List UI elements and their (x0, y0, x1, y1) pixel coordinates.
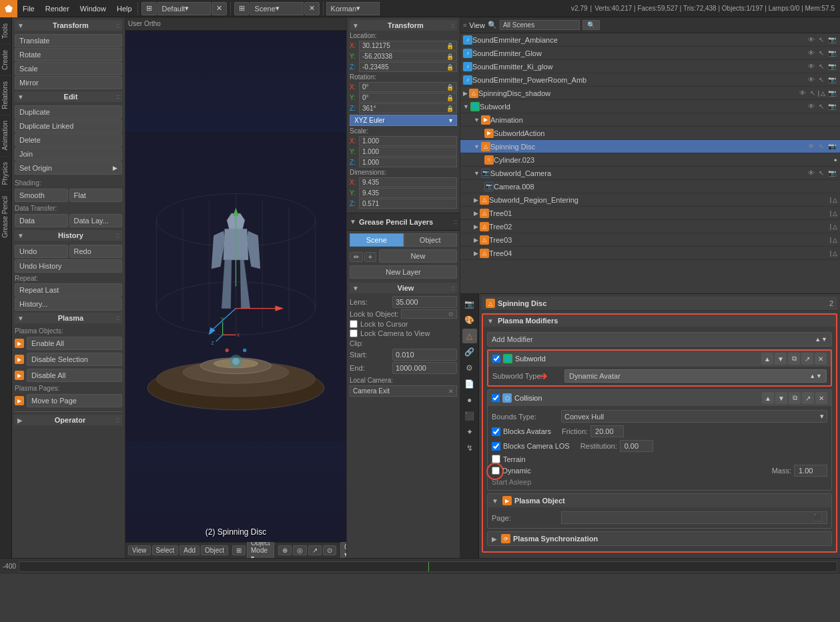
props-object-icon[interactable]: △ (462, 329, 477, 343)
sidebar-tab-grease[interactable]: Grease Pencil (0, 190, 11, 243)
join-btn[interactable]: Join (15, 147, 122, 161)
proportional-btn[interactable]: ◎ (293, 545, 307, 555)
lock-cursor-checkbox[interactable] (350, 320, 358, 328)
subworld-up-btn[interactable]: ▲ (761, 353, 773, 365)
subworld-type-dropdown[interactable]: Dynamic Avatar ▲ ▼ (564, 369, 827, 383)
flat-btn[interactable]: Flat (69, 189, 123, 202)
scene-tab[interactable]: Scene (350, 233, 404, 247)
collision-copy-btn[interactable]: ⧉ (789, 392, 801, 404)
row-render-icon[interactable]: 📷 (827, 36, 837, 43)
row-render-icon[interactable]: 📷 (827, 103, 837, 110)
lock-to-object-input[interactable]: ⊙ (401, 309, 457, 319)
data-lay-btn[interactable]: Data Lay... (69, 214, 123, 227)
duplicate-btn[interactable]: Duplicate (15, 105, 122, 119)
table-row[interactable]: ▼ 🌐 Subworld 👁 ↖ 📷 (460, 100, 840, 113)
collision-up-btn[interactable]: ▲ (762, 392, 774, 404)
transform-pivot-btn[interactable]: ⊙ (323, 545, 336, 555)
props-material-icon[interactable]: ● (462, 393, 477, 407)
table-row[interactable]: ▶ △ Tree03 | △ (460, 233, 840, 247)
friction-input[interactable]: 20.00 (590, 425, 624, 437)
collision-delete-btn[interactable]: ✕ (815, 392, 827, 404)
props-data-icon[interactable]: 📄 (462, 377, 477, 391)
row-eye-icon[interactable]: 👁 (807, 49, 816, 57)
expand-arrow[interactable]: ▶ (474, 250, 478, 257)
collision-enabled-checkbox[interactable] (492, 394, 500, 402)
rot-x-input[interactable]: 0° 🔒 (359, 82, 457, 92)
repeat-last-btn[interactable]: Repeat Last (15, 283, 122, 297)
enable-all-btn[interactable]: Enable All (27, 337, 122, 350)
table-row[interactable]: ▶ △ Subworld_Region_Entering | △ (460, 193, 840, 207)
rotation-mode-dropdown[interactable]: XYZ Euler ▾ (350, 115, 457, 126)
expand-arrow[interactable]: ▼ (463, 103, 469, 110)
layout-add-btn[interactable]: ✕ (212, 2, 227, 15)
sidebar-tab-create[interactable]: Create (0, 44, 11, 75)
plasma-object-header[interactable]: ▼ ▶ Plasma Object (488, 494, 831, 507)
row-render-icon[interactable]: 📷 (827, 89, 837, 97)
subworld-down-btn[interactable]: ▼ (775, 353, 787, 365)
undo-history-btn[interactable]: Undo History (15, 259, 122, 273)
subworld-copy-btn[interactable]: ⧉ (788, 353, 800, 365)
mirror-btn[interactable]: Mirror (15, 76, 122, 89)
rotate-btn[interactable]: Rotate (15, 48, 122, 61)
dim-x-input[interactable]: 9.435 (359, 177, 457, 187)
transform-header[interactable]: ▼ Transform :: (15, 20, 122, 31)
row-eye-icon[interactable]: 👁 (798, 89, 807, 97)
user-dropdown[interactable]: Korman ▾ (326, 2, 380, 15)
set-origin-btn[interactable]: Set Origin ▶ (15, 161, 122, 175)
history-dots-btn[interactable]: History... (15, 297, 122, 311)
loc-z-input[interactable]: -0.23485 🔒 (359, 62, 457, 72)
scale-z-input[interactable]: 1.000 (359, 157, 457, 167)
row-cursor-icon[interactable]: ↖ (817, 36, 825, 43)
row-render-icon[interactable]: 📷 (827, 49, 837, 57)
object-menu-btn[interactable]: Object (201, 545, 228, 555)
row-render-icon[interactable]: 📷 (827, 143, 837, 150)
add-menu-btn[interactable]: Add (179, 545, 199, 555)
sidebar-tab-tools[interactable]: Tools (0, 17, 11, 44)
menu-render[interactable]: Render (40, 0, 75, 17)
expand-arrow[interactable]: ▼ (474, 117, 480, 123)
smooth-btn[interactable]: Smooth (15, 189, 68, 202)
viewport-canvas[interactable]: X Y Z (125, 31, 346, 542)
row-eye-icon[interactable]: 👁 (807, 143, 816, 150)
table-row[interactable]: ♪ SoundEmmitter_PowerRoom_Amb 👁 ↖ 📷 (460, 73, 840, 87)
props-particles-icon[interactable]: ✦ (462, 425, 477, 439)
table-row[interactable]: ♪ SoundEmmiter_Glow 👁 ↖ 📷 (460, 47, 840, 60)
disable-selection-btn[interactable]: Disable Selection (27, 353, 122, 366)
loc-x-input[interactable]: 30.12175 🔒 (359, 41, 457, 51)
subworld-export-btn[interactable]: ↗ (801, 353, 813, 365)
props-constraint-icon[interactable]: 🔗 (462, 345, 477, 359)
menu-window[interactable]: Window (75, 0, 111, 17)
transform-orient-btn[interactable]: ↗ (308, 545, 322, 555)
scene-close-btn[interactable]: ✕ (304, 2, 320, 15)
row-eye-icon[interactable]: 👁 (807, 76, 816, 83)
translate-btn[interactable]: Translate (15, 34, 122, 47)
table-row[interactable]: ○ Cylinder.023 ● (460, 153, 840, 167)
table-row[interactable]: ▶ △ Tree02 | △ (460, 220, 840, 233)
object-tab[interactable]: Object (404, 233, 458, 247)
terrain-checkbox[interactable] (492, 455, 500, 463)
dim-z-input[interactable]: 0.571 (359, 199, 457, 209)
row-cursor-icon[interactable]: ↖ (817, 49, 825, 57)
props-texture-icon[interactable]: ⬛ (462, 409, 477, 423)
global-dropdown[interactable]: Global ▾ (340, 542, 346, 559)
new-layer-btn[interactable]: New Layer (350, 265, 457, 279)
row-cursor-icon[interactable]: ↖ (817, 103, 825, 110)
scale-btn[interactable]: Scale (15, 62, 122, 75)
move-to-page-btn[interactable]: Move to Page (27, 394, 122, 407)
dynamic-checkbox[interactable] (492, 467, 500, 475)
row-eye-icon[interactable]: 👁 (807, 169, 816, 177)
collision-export-btn[interactable]: ↗ (802, 392, 814, 404)
timeline-area[interactable] (19, 561, 837, 572)
edit-header[interactable]: ▼ Edit :: (15, 91, 122, 102)
sidebar-tab-animation[interactable]: Animation (0, 115, 11, 155)
data-btn[interactable]: Data (15, 214, 68, 227)
rot-y-input[interactable]: 0° 🔒 (359, 93, 457, 103)
props-scene-icon[interactable]: 📷 (462, 297, 477, 311)
lock-camera-checkbox[interactable] (350, 329, 358, 337)
row-render-icon[interactable]: 📷 (827, 169, 837, 177)
scale-x-input[interactable]: 1.000 (359, 136, 457, 146)
clip-start-input[interactable]: 0.010 (392, 349, 457, 361)
rot-z-input[interactable]: 361° 🔒 (359, 103, 457, 113)
row-eye-icon[interactable]: 👁 (807, 103, 816, 110)
view-header[interactable]: ▼ View :: (350, 283, 457, 293)
